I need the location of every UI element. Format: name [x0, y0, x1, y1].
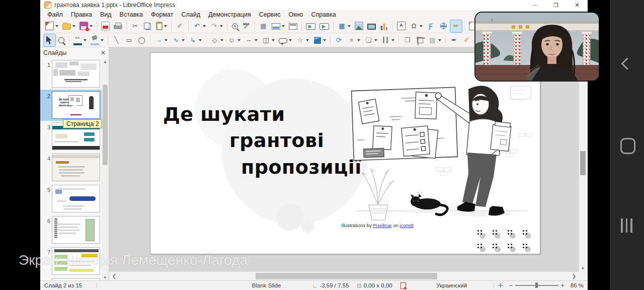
pixeltrue-link[interactable]: Pixeltrue — [373, 223, 392, 228]
menu-окно[interactable]: Окно — [285, 10, 307, 19]
menu-правка[interactable]: Правка — [67, 10, 96, 19]
menu-слайд[interactable]: Слайд — [177, 10, 204, 19]
zoom-level[interactable]: 86 % — [567, 282, 588, 288]
find-and-replace-button[interactable]: a — [230, 20, 239, 32]
shadow-button[interactable]: ❒ — [401, 34, 413, 46]
clone-formatting-button[interactable]: ✐ — [174, 20, 186, 32]
block-arrows-button[interactable]: ⇔ — [243, 34, 259, 46]
insert-chart-button[interactable] — [378, 20, 390, 32]
new-document-button[interactable] — [44, 20, 60, 32]
recent-apps-icon[interactable] — [621, 219, 632, 233]
menu-формат[interactable]: Формат — [147, 10, 177, 19]
print-button[interactable] — [112, 20, 124, 32]
close-button[interactable] — [567, 0, 588, 10]
back-icon[interactable] — [621, 57, 633, 69]
slide-thumbnail-2[interactable]: 2Де шукати грантові пропозиції — [40, 90, 102, 121]
text-language[interactable]: Украинский — [410, 282, 494, 288]
display-grid-button[interactable]: ▦ — [258, 20, 269, 32]
select-button[interactable] — [44, 34, 55, 46]
menu-вставка[interactable]: Вставка — [116, 10, 147, 19]
ellipse-button[interactable]: ◯ — [136, 34, 147, 46]
vertical-scroll-thumb[interactable] — [580, 151, 586, 175]
align-objects-button[interactable]: ≡ — [346, 34, 362, 46]
insert-line-button[interactable]: ╲ — [111, 34, 122, 46]
arrange-button[interactable]: ❏ — [363, 34, 379, 46]
zoom-out-icon[interactable]: − — [509, 282, 513, 289]
scroll-left-icon[interactable]: ❮ — [110, 272, 118, 281]
paste-button[interactable] — [153, 20, 169, 32]
3d-objects-button[interactable] — [311, 34, 328, 46]
vertical-scrollbar[interactable]: ▲ ▼ — [579, 47, 587, 272]
panel-close-icon[interactable]: ✕ — [101, 49, 106, 56]
panel-scroll-up-icon[interactable]: ▲ — [102, 58, 109, 65]
menu-файл[interactable]: Файл — [43, 10, 67, 19]
insert-text-box-button[interactable]: A — [395, 20, 407, 32]
flowchart-shapes-button[interactable]: ◫ — [260, 34, 276, 46]
crop-image-button[interactable] — [414, 34, 426, 46]
zoom-slider[interactable]: − + — [507, 282, 567, 289]
whiteboard-illustration[interactable]: + ı — [342, 79, 539, 225]
display-views-button[interactable] — [270, 20, 286, 32]
zoom-and-pan-button[interactable] — [56, 34, 66, 46]
slide-title-line-1[interactable]: Де шукати — [163, 103, 285, 125]
slide-title-line-2[interactable]: грантові — [229, 129, 324, 152]
redo-button[interactable]: ↷ — [208, 20, 224, 32]
show-draw-functions-button[interactable]: ✏ — [450, 20, 462, 32]
curves-and-polygons-button[interactable]: ∿ — [170, 34, 186, 46]
glue-points-button[interactable]: ✐ — [461, 34, 472, 46]
layout-name[interactable]: Blank Slide — [225, 282, 308, 288]
unsaved-changes-indicator[interactable] — [396, 282, 410, 289]
copy-button[interactable] — [142, 20, 152, 32]
fill-color-button[interactable] — [89, 34, 105, 46]
slide-thumbnail-5[interactable]: 5 — [40, 183, 102, 214]
distribute-selection-button[interactable] — [380, 34, 396, 46]
slide-thumbnail-7[interactable]: 7 — [40, 246, 102, 277]
scroll-down-icon[interactable]: ▼ — [579, 265, 587, 272]
slide-thumbnail-1[interactable]: 1 — [40, 58, 102, 90]
insert-special-character-button[interactable]: Ω — [408, 20, 424, 32]
horizontal-scroll-thumb[interactable] — [256, 273, 437, 279]
start-from-current-slide-button[interactable] — [318, 20, 331, 32]
image-filter-button[interactable]: ▨ — [427, 34, 443, 46]
minimize-button[interactable] — [524, 0, 545, 10]
slide-thumbnail-6[interactable]: 6 — [40, 214, 102, 246]
menu-сервис[interactable]: Сервис — [255, 10, 285, 19]
menu-демонстрация[interactable]: Демонстрация — [204, 10, 255, 19]
zoom-in-icon[interactable]: + — [561, 282, 565, 289]
symbol-shapes-button[interactable]: ☺ — [226, 34, 242, 46]
edit-points-button[interactable]: ✒ — [448, 34, 460, 46]
start-from-first-slide-button[interactable] — [304, 20, 317, 32]
webcam-overlay[interactable] — [475, 13, 599, 81]
menu-справка[interactable]: Справка — [307, 10, 340, 19]
slide-canvas[interactable]: Де шукати грантові пропозиції — [150, 52, 540, 254]
basic-shapes-button[interactable]: ◇ — [209, 34, 225, 46]
scroll-right-icon[interactable]: ❯ — [570, 272, 578, 281]
insert-hyperlink-button[interactable] — [438, 20, 449, 32]
rotate-button[interactable]: ⟳ — [333, 34, 345, 46]
undo-button[interactable]: ↶ — [191, 20, 207, 32]
insert-table-button[interactable]: ▦ — [336, 20, 352, 32]
insert-image-button[interactable] — [353, 20, 365, 32]
panel-scrollbar[interactable]: ▲ ▼ — [102, 58, 109, 281]
menu-вид[interactable]: Вид — [96, 10, 116, 19]
spelling-button[interactable]: abc — [240, 20, 252, 32]
panel-scroll-thumb[interactable] — [103, 85, 108, 165]
horizontal-scrollbar[interactable]: ❮ ❯ — [109, 271, 579, 281]
open-file-button[interactable] — [61, 20, 77, 32]
zoom-slider-thumb[interactable] — [535, 282, 538, 288]
slide-thumbnail-4[interactable]: 4 — [40, 152, 102, 183]
lines-and-arrows-button[interactable]: → — [153, 34, 169, 46]
export-pdf-button[interactable] — [100, 20, 111, 32]
restore-button[interactable] — [545, 0, 567, 10]
line-color-button[interactable]: ✏ — [72, 34, 88, 46]
save-button[interactable] — [78, 20, 94, 32]
home-icon[interactable] — [620, 138, 635, 154]
callout-shapes-button[interactable] — [277, 34, 293, 46]
rectangle-button[interactable]: ▭ — [123, 34, 135, 46]
connectors-button[interactable]: ↳ — [187, 34, 203, 46]
fit-slide-button[interactable]: ✛ — [494, 282, 507, 289]
master-slide-button[interactable] — [287, 20, 299, 32]
stars-and-banners-button[interactable]: ☆ — [294, 34, 310, 46]
insert-media-button[interactable] — [366, 20, 377, 32]
icons8-link[interactable]: icons8 — [399, 223, 413, 228]
